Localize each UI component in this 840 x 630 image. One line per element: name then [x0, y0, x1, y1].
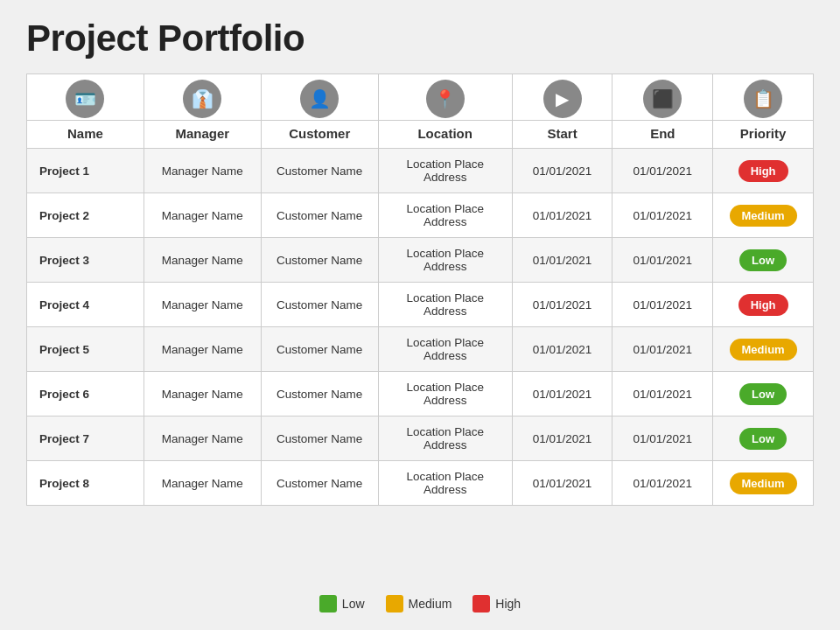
cell-end: 01/01/2021: [612, 149, 713, 193]
cell-manager: Manager Name: [144, 416, 261, 461]
cell-start: 01/01/2021: [512, 283, 612, 327]
header-icon-row: 🪪👔👤📍▶⬛📋: [27, 74, 814, 121]
header-icon-manager: 👔: [144, 74, 261, 121]
cell-location: Location Place Address: [378, 149, 512, 193]
legend-label-medium: Medium: [409, 597, 452, 611]
header-icon-priority: 📋: [713, 74, 814, 121]
cell-start: 01/01/2021: [512, 193, 612, 238]
cell-manager: Manager Name: [144, 238, 261, 283]
table-row: Project 2Manager NameCustomer NameLocati…: [27, 193, 814, 238]
cell-priority: Low: [713, 416, 814, 461]
legend-color-medium: [386, 595, 403, 612]
priority-icon: 📋: [744, 80, 782, 118]
table-row: Project 1Manager NameCustomer NameLocati…: [27, 149, 814, 193]
cell-name: Project 7: [27, 416, 144, 461]
header-label-end: End: [612, 121, 713, 149]
cell-manager: Manager Name: [144, 372, 261, 416]
priority-badge: Low: [739, 249, 787, 271]
cell-priority: Low: [713, 238, 814, 283]
cell-start: 01/01/2021: [512, 149, 612, 193]
cell-location: Location Place Address: [378, 372, 512, 416]
header-label-priority: Priority: [713, 121, 814, 149]
name-icon: 🪪: [66, 80, 104, 118]
table-wrapper: 🪪👔👤📍▶⬛📋 NameManagerCustomerLocationStart…: [26, 74, 814, 586]
cell-manager: Manager Name: [144, 327, 261, 372]
header-icon-end: ⬛: [612, 74, 713, 121]
cell-priority: High: [713, 283, 814, 327]
priority-badge: Medium: [730, 205, 797, 227]
legend: LowMediumHigh: [26, 595, 814, 612]
cell-start: 01/01/2021: [512, 327, 612, 372]
cell-end: 01/01/2021: [612, 372, 713, 416]
legend-label-low: Low: [342, 597, 365, 611]
cell-location: Location Place Address: [378, 193, 512, 238]
cell-end: 01/01/2021: [612, 238, 713, 283]
cell-name: Project 3: [27, 238, 144, 283]
cell-name: Project 1: [27, 149, 144, 193]
table-row: Project 3Manager NameCustomer NameLocati…: [27, 238, 814, 283]
cell-manager: Manager Name: [144, 149, 261, 193]
cell-name: Project 6: [27, 372, 144, 416]
cell-name: Project 2: [27, 193, 144, 238]
cell-customer: Customer Name: [261, 193, 378, 238]
project-table: 🪪👔👤📍▶⬛📋 NameManagerCustomerLocationStart…: [26, 74, 814, 506]
cell-end: 01/01/2021: [612, 193, 713, 238]
cell-customer: Customer Name: [261, 327, 378, 372]
legend-item-medium: Medium: [386, 595, 452, 612]
cell-end: 01/01/2021: [612, 283, 713, 327]
header-icon-name: 🪪: [27, 74, 144, 121]
cell-priority: Medium: [713, 461, 814, 506]
table-row: Project 4Manager NameCustomer NameLocati…: [27, 283, 814, 327]
header-icon-location: 📍: [378, 74, 512, 121]
header-label-row: NameManagerCustomerLocationStartEndPrior…: [27, 121, 814, 149]
cell-start: 01/01/2021: [512, 372, 612, 416]
cell-manager: Manager Name: [144, 461, 261, 506]
legend-item-high: High: [472, 595, 521, 612]
cell-start: 01/01/2021: [512, 416, 612, 461]
cell-location: Location Place Address: [378, 327, 512, 372]
legend-item-low: Low: [319, 595, 365, 612]
cell-start: 01/01/2021: [512, 461, 612, 506]
header-icon-start: ▶: [512, 74, 612, 121]
start-icon: ▶: [543, 80, 582, 118]
priority-badge: Low: [739, 383, 787, 405]
table-row: Project 8Manager NameCustomer NameLocati…: [27, 461, 814, 506]
customer-icon: 👤: [300, 80, 339, 118]
legend-color-low: [319, 595, 337, 612]
table-row: Project 5Manager NameCustomer NameLocati…: [27, 327, 814, 372]
priority-badge: Low: [739, 428, 787, 450]
legend-label-high: High: [495, 597, 521, 611]
cell-customer: Customer Name: [261, 283, 378, 327]
cell-name: Project 4: [27, 283, 144, 327]
cell-end: 01/01/2021: [612, 416, 713, 461]
cell-customer: Customer Name: [261, 372, 378, 416]
location-icon: 📍: [426, 80, 465, 118]
header-label-start: Start: [512, 121, 612, 149]
priority-badge: Medium: [730, 472, 797, 494]
page-title: Project Portfolio: [26, 18, 814, 60]
header-label-location: Location: [378, 121, 512, 149]
cell-priority: Medium: [713, 327, 814, 372]
header-icon-customer: 👤: [261, 74, 378, 121]
cell-priority: High: [713, 149, 814, 193]
cell-priority: Low: [713, 372, 814, 416]
cell-location: Location Place Address: [378, 283, 512, 327]
header-label-customer: Customer: [261, 121, 378, 149]
manager-icon: 👔: [183, 80, 221, 118]
cell-priority: Medium: [713, 193, 814, 238]
table-row: Project 7Manager NameCustomer NameLocati…: [27, 416, 814, 461]
cell-start: 01/01/2021: [512, 238, 612, 283]
cell-customer: Customer Name: [261, 416, 378, 461]
cell-customer: Customer Name: [261, 461, 378, 506]
cell-end: 01/01/2021: [612, 461, 713, 506]
header-label-name: Name: [27, 121, 144, 149]
cell-name: Project 5: [27, 327, 144, 372]
header-label-manager: Manager: [144, 121, 261, 149]
priority-badge: High: [738, 160, 788, 182]
cell-location: Location Place Address: [378, 461, 512, 506]
cell-location: Location Place Address: [378, 416, 512, 461]
table-body: Project 1Manager NameCustomer NameLocati…: [27, 149, 814, 506]
cell-name: Project 8: [27, 461, 144, 506]
table-row: Project 6Manager NameCustomer NameLocati…: [27, 372, 814, 416]
priority-badge: High: [738, 294, 788, 316]
